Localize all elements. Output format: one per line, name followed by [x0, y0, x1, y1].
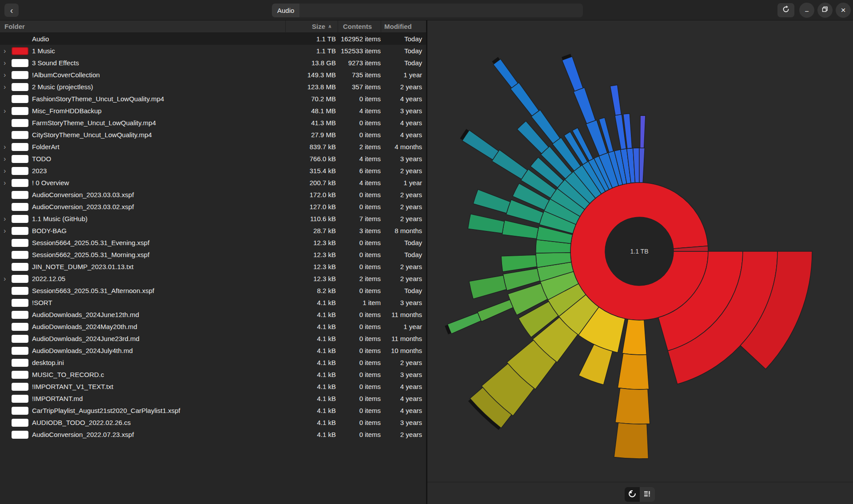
expander-icon[interactable]: › [0, 215, 12, 222]
file-size: 4.1 kB [296, 383, 336, 390]
table-row[interactable]: FashionStoryTheme_Uncut_LowQuality.mp470… [0, 93, 426, 105]
rings-chart-button[interactable] [625, 487, 640, 502]
column-header-folder[interactable]: Folder [0, 23, 285, 30]
expander-icon[interactable]: › [0, 167, 12, 175]
swatch-cell [12, 191, 32, 199]
chart-segment[interactable] [615, 388, 650, 424]
table-row[interactable]: ›! 0 Overview200.7 kB4 items1 year [0, 177, 426, 189]
table-row[interactable]: ›Misc_FromHDDBackup48.1 MB4 items3 years [0, 105, 426, 117]
file-size: 4.1 kB [296, 395, 336, 402]
chart-segment[interactable] [478, 300, 513, 321]
tab-audio[interactable]: Audio [272, 4, 299, 17]
chart-segment[interactable] [614, 423, 648, 459]
table-row[interactable]: ›2 Music (projectless)123.8 MB357 items2… [0, 81, 426, 93]
table-row[interactable]: Session5663_2025.05.31_Afternoon.xspf8.2… [0, 285, 426, 297]
table-row[interactable]: JIN_NOTE_DUMP_2023.01.13.txt12.3 kB0 ite… [0, 261, 426, 273]
chart-segment[interactable] [473, 190, 510, 214]
table-row[interactable]: ›2023315.4 kB6 items2 years [0, 165, 426, 177]
expander-icon[interactable]: › [0, 107, 12, 115]
rings-chart[interactable]: 1.1 TB [427, 20, 853, 482]
expander-icon[interactable]: › [0, 227, 12, 234]
table-row[interactable]: Session5662_2025.05.31_Morning.xspf12.3 … [0, 249, 426, 261]
table-row[interactable]: ›1.1 Music (GitHub)110.6 kB7 items2 year… [0, 213, 426, 225]
chart-segment[interactable] [622, 319, 647, 355]
refresh-button[interactable] [777, 3, 794, 17]
table-row[interactable]: !IMPORTANT_V1_TEXT.txt4.1 kB0 items4 yea… [0, 381, 426, 393]
color-swatch [12, 239, 28, 247]
chart-segment[interactable] [562, 56, 583, 91]
chart-segment[interactable] [640, 115, 646, 148]
table-row[interactable]: desktop.ini4.1 kB0 items2 years [0, 357, 426, 369]
expander-icon[interactable]: › [0, 275, 12, 282]
chart-segment[interactable] [639, 148, 645, 183]
table-row[interactable]: Audio1.1 TB162952 itemsToday [0, 33, 426, 45]
rings-chart-area: 1.1 TB [427, 20, 853, 482]
table-row[interactable]: !IMPORTANT.md4.1 kB0 items4 years [0, 393, 426, 405]
chart-segment[interactable] [618, 353, 649, 389]
expander-icon[interactable]: › [0, 60, 12, 67]
minimize-icon: − [805, 8, 809, 16]
chart-segment[interactable] [493, 59, 518, 88]
chart-segment[interactable] [462, 130, 498, 160]
expander-icon[interactable]: › [0, 143, 12, 151]
file-modified: 2 years [381, 191, 422, 198]
table-row[interactable]: ›2022.12.0512.3 kB2 items2 years [0, 273, 426, 285]
table-row[interactable]: MUSIC_TO_RECORD.c4.1 kB0 items3 years [0, 369, 426, 381]
chart-segment[interactable] [579, 344, 613, 385]
chart-segment[interactable] [510, 83, 539, 116]
column-header-modified[interactable]: Modified [381, 20, 422, 33]
table-row[interactable]: ›1 Music1.1 TB152533 itemsToday [0, 45, 426, 57]
sort-ascending-icon[interactable]: ∧ [325, 24, 338, 29]
color-swatch [12, 59, 28, 67]
table-row[interactable]: CityStoryTheme_Uncut_LowQuality.mp427.9 … [0, 129, 426, 141]
table-row[interactable]: AudioConversion_2023.03.03.xspf172.0 kB0… [0, 189, 426, 201]
color-swatch [12, 179, 28, 187]
column-header-contents[interactable]: Contents [338, 20, 381, 33]
minimize-button[interactable]: − [799, 3, 814, 18]
table-row[interactable]: ›3 Sound Effects13.8 GB9273 itemsToday [0, 57, 426, 69]
table-row[interactable]: AudioDownloads_2024July4th.md4.1 kB0 ite… [0, 345, 426, 357]
table-row[interactable]: FarmStoryTheme_Uncut_LowQuality.mp441.3 … [0, 117, 426, 129]
table-row[interactable]: AudioDownloads_2024June23rd.md4.1 kB0 it… [0, 333, 426, 345]
maximize-button[interactable] [817, 3, 833, 18]
file-name: CarTripPlaylist_August21st2020_CarPlayli… [32, 407, 296, 414]
table-row[interactable]: ›BODY-BAG28.7 kB3 items8 months [0, 225, 426, 237]
table-row[interactable]: ›TODO766.0 kB4 items3 years [0, 153, 426, 165]
expander-icon[interactable]: › [0, 71, 12, 79]
expander-icon[interactable]: › [0, 48, 12, 55]
table-row[interactable]: AUDIODB_TODO_2022.02.26.cs4.1 kB0 items3… [0, 417, 426, 429]
table-row[interactable]: AudioConversion_2023.03.02.xspf127.0 kB0… [0, 201, 426, 213]
chart-segment[interactable] [492, 150, 527, 179]
table-row[interactable]: CarTripPlaylist_August21st2020_CarPlayli… [0, 405, 426, 417]
file-contents: 0 items [336, 251, 381, 258]
file-name: FarmStoryTheme_Uncut_LowQuality.mp4 [32, 119, 296, 127]
chart-segment[interactable] [468, 214, 504, 234]
file-name: 2022.12.05 [32, 275, 296, 282]
table-row[interactable]: Session5664_2025.05.31_Evening.xspf12.3 … [0, 237, 426, 249]
column-header-size[interactable]: Size [285, 20, 325, 33]
chart-segment[interactable] [502, 220, 538, 239]
expander-icon[interactable]: › [0, 83, 12, 91]
file-size: 13.8 GB [296, 59, 336, 67]
chart-segment[interactable] [447, 313, 481, 334]
chart-toolbar [427, 482, 853, 504]
back-button[interactable]: ‹ [4, 4, 19, 17]
expander-icon[interactable]: › [0, 179, 12, 187]
tab-strip[interactable] [299, 4, 583, 17]
color-swatch [12, 191, 28, 199]
table-row[interactable]: ›FolderArt839.7 kB2 items4 months [0, 141, 426, 153]
table-row[interactable]: AudioConversion_2022.07.23.xspf4.1 kB0 i… [0, 429, 426, 441]
swatch-cell [12, 251, 32, 259]
chart-segment[interactable] [574, 87, 596, 123]
chart-segment[interactable] [469, 275, 506, 299]
chart-segment[interactable] [610, 85, 621, 115]
close-button[interactable]: × [836, 3, 851, 18]
treemap-chart-button[interactable] [640, 487, 655, 502]
file-modified: 8 months [381, 227, 422, 234]
file-contents: 162952 items [336, 35, 381, 43]
table-row[interactable]: AudioDownloads_2024May20th.md4.1 kB0 ite… [0, 321, 426, 333]
table-row[interactable]: ›!AlbumCoverCollection149.3 MB735 items1… [0, 69, 426, 81]
table-row[interactable]: !SORT4.1 kB1 item3 years [0, 297, 426, 309]
expander-icon[interactable]: › [0, 155, 12, 163]
table-row[interactable]: AudioDownloads_2024June12th.md4.1 kB0 it… [0, 309, 426, 321]
